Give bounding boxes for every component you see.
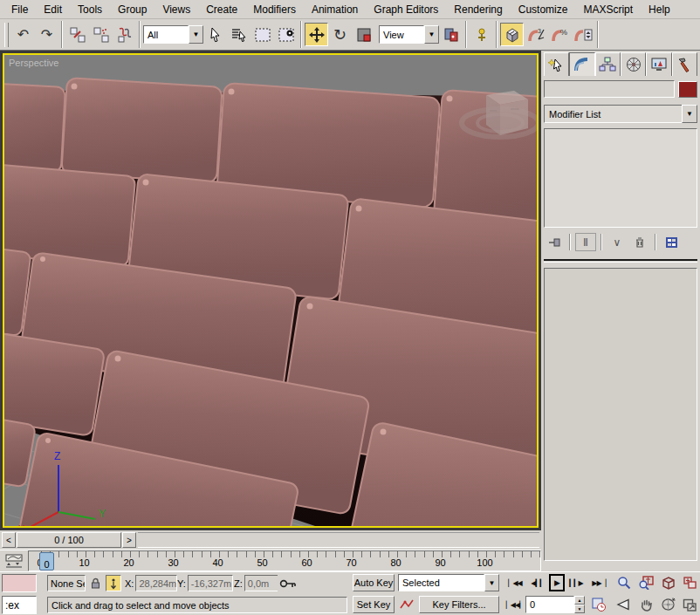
field-of-view-button[interactable] <box>614 596 634 613</box>
use-pivot-point-center-button[interactable] <box>439 23 463 46</box>
set-keys-mode-button[interactable] <box>398 596 415 613</box>
unlink-selection-button[interactable] <box>89 23 113 46</box>
make-unique-button[interactable]: ∨ <box>607 233 628 251</box>
auto-key-button[interactable]: Auto Key <box>353 574 395 591</box>
next-frame-arrow[interactable]: > <box>122 532 136 548</box>
configure-modifier-sets-button[interactable] <box>661 233 682 251</box>
pin-stack-button[interactable] <box>544 233 565 251</box>
ruler-tick-label: 70 <box>329 557 374 568</box>
x-coordinate-field[interactable]: 28,284m <box>135 575 177 591</box>
modifier-list-dropdown[interactable]: Modifier List ▼ <box>544 105 697 123</box>
window-crossing-button[interactable] <box>274 23 298 46</box>
toolbar-grip[interactable] <box>4 23 9 47</box>
menu-item[interactable]: File <box>3 1 36 18</box>
spinner-down-icon[interactable]: ▼ <box>574 605 585 613</box>
bind-to-space-warp-button[interactable] <box>113 23 136 46</box>
menu-item[interactable]: Modifiers <box>245 1 304 18</box>
menu-item[interactable]: Rendering <box>446 1 510 18</box>
menu-item[interactable]: Help <box>641 1 678 18</box>
current-frame-field[interactable]: 0 <box>525 596 574 613</box>
menu-item[interactable]: Graph Editors <box>366 1 446 18</box>
menu-item[interactable]: Edit <box>36 1 70 18</box>
select-object-button[interactable] <box>203 23 227 46</box>
select-and-rotate-button[interactable]: ↻ <box>328 23 352 46</box>
pan-view-button[interactable] <box>636 596 655 613</box>
current-frame-marker[interactable]: 0 <box>39 552 54 571</box>
ruler-tick-label: 90 <box>418 557 463 568</box>
menu-item[interactable]: MAXScript <box>575 1 641 18</box>
tab-modify[interactable] <box>569 52 594 76</box>
perspective-viewport[interactable]: Z X Y Perspective <box>3 53 539 528</box>
rectangular-selection-region-button[interactable] <box>250 23 274 46</box>
svg-text:Z: Z <box>54 450 60 462</box>
track-bar-ruler[interactable]: 0102030405060708090100 0 <box>28 550 541 571</box>
menu-item[interactable]: Tools <box>70 1 110 18</box>
select-by-name-button[interactable] <box>227 23 250 46</box>
key-filters-button[interactable]: Key Filters... <box>419 596 499 613</box>
spinner-snap-toggle-button[interactable] <box>571 23 594 46</box>
tab-display[interactable] <box>646 52 671 76</box>
selection-lock-toggle[interactable] <box>88 575 102 591</box>
object-color-swatch[interactable] <box>678 81 697 98</box>
maxscript-mini-listener[interactable]: :ex <box>2 596 37 614</box>
selection-count-field: None Se <box>47 575 86 591</box>
show-end-result-button[interactable]: Ⅱ <box>575 233 596 251</box>
selection-filter-dropdown[interactable]: All ▼ <box>143 25 203 44</box>
arc-rotate-button[interactable] <box>658 596 677 613</box>
percent-snap-toggle-button[interactable]: % <box>547 23 571 46</box>
play-button[interactable]: ▶ <box>549 574 565 591</box>
select-and-scale-button[interactable] <box>352 23 375 46</box>
time-slider-track[interactable] <box>138 532 539 548</box>
tab-create[interactable] <box>544 52 569 76</box>
maximize-viewport-toggle[interactable] <box>680 596 699 613</box>
command-panel: Modifier List ▼ Ⅱ ∨ <box>541 51 700 571</box>
z-coordinate-field[interactable]: 0,0m <box>244 575 279 591</box>
zoom-button[interactable] <box>614 574 634 591</box>
menu-item[interactable]: Animation <box>304 1 366 18</box>
go-to-end-button[interactable]: ▶▶▕ <box>588 574 609 591</box>
remove-modifier-button[interactable] <box>629 233 650 251</box>
go-to-start-button[interactable]: ▏◀◀ <box>504 574 525 591</box>
motion-icon <box>625 56 642 73</box>
tab-hierarchy[interactable] <box>595 52 621 76</box>
undo-button[interactable]: ↶ <box>11 23 35 46</box>
object-name-field[interactable] <box>544 80 675 98</box>
key-mode-toggle-button[interactable]: ▏◀◀▏ <box>504 596 525 613</box>
viewport-label[interactable]: Perspective <box>9 58 58 68</box>
previous-frame-button[interactable]: ◀▎▎ <box>529 574 546 591</box>
menu-item[interactable]: Group <box>110 1 154 18</box>
time-slider-thumb[interactable]: 0 / 100 <box>17 532 121 548</box>
next-frame-button[interactable]: ▎▎▶ <box>567 574 585 591</box>
select-and-manipulate-button[interactable] <box>470 23 493 46</box>
window-crossing-icon <box>278 27 295 43</box>
key-filter-scope-value: Selected <box>398 574 484 591</box>
zoom-extents-button[interactable] <box>658 574 677 591</box>
absolute-offset-mode-toggle[interactable] <box>106 575 121 591</box>
transform-gizmo-key-toggle[interactable] <box>278 575 299 591</box>
zoom-extents-all-button[interactable] <box>680 574 699 591</box>
snaps-toggle-button[interactable] <box>500 23 524 46</box>
previous-frame-arrow[interactable]: < <box>2 532 16 548</box>
select-and-move-button[interactable] <box>305 23 328 46</box>
key-filter-scope-dropdown[interactable]: Selected ▼ <box>398 574 499 591</box>
select-and-link-button[interactable] <box>65 23 89 46</box>
menu-item[interactable]: Customize <box>511 1 576 18</box>
menu-item[interactable]: Create <box>198 1 245 18</box>
modifier-stack-list[interactable] <box>544 128 697 228</box>
zoom-all-button[interactable] <box>636 574 655 591</box>
tab-motion[interactable] <box>621 52 646 76</box>
z-coordinate-label: Z: <box>234 578 243 589</box>
menu-item[interactable]: Views <box>154 1 198 18</box>
reference-coordinate-system-dropdown[interactable]: View ▼ <box>379 25 439 44</box>
redo-button[interactable]: ↷ <box>35 23 58 46</box>
open-mini-curve-editor-button[interactable] <box>2 552 26 571</box>
y-coordinate-field[interactable]: -16,327m <box>188 575 233 591</box>
spinner-up-icon[interactable]: ▲ <box>574 596 585 605</box>
trash-icon <box>634 236 646 249</box>
frame-spinner[interactable]: ▲ ▼ <box>574 596 585 613</box>
maxscript-macro-recorder[interactable] <box>2 574 37 592</box>
tab-utilities[interactable] <box>672 52 697 76</box>
set-key-button[interactable]: Set Key <box>353 596 395 613</box>
angle-snap-toggle-button[interactable]: 3 <box>524 23 547 46</box>
time-configuration-button[interactable] <box>590 596 607 613</box>
